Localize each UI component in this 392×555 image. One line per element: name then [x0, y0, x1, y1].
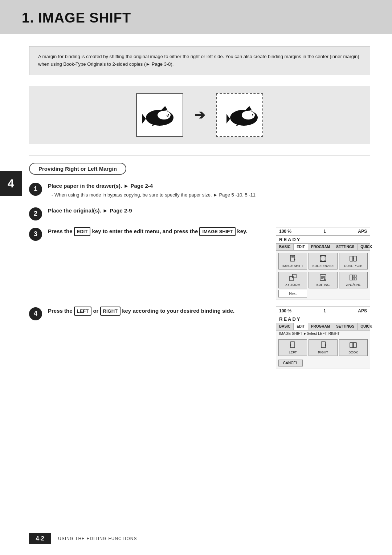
panel-2-percent: 100 % — [279, 308, 291, 313]
image-shift-key: IMAGE SHIFT — [199, 227, 236, 236]
left-key: LEFT — [74, 307, 92, 316]
dual-page-icon — [340, 255, 367, 264]
step-4-left: 4 Press the LEFT or RIGHT key according … — [29, 307, 269, 327]
btn-xy-zoom[interactable]: XY ZOOM — [278, 272, 307, 288]
tab-quick[interactable]: QUICK — [358, 244, 375, 250]
svg-rect-38 — [355, 278, 356, 280]
svg-point-14 — [252, 114, 253, 116]
step-3-content: Press the EDIT key to enter the edit men… — [48, 227, 269, 238]
step-1-number: 1 — [29, 183, 42, 196]
image-shift-icon — [279, 255, 306, 264]
ui-panel-2: 100 % 1 APS READY BASIC EDIT PROGRAM SET… — [276, 307, 370, 369]
step-3-main: Press the EDIT key to enter the edit men… — [48, 227, 269, 236]
intro-box: A margin for binding is created by shift… — [29, 46, 370, 75]
chapter-tab: 4 — [0, 171, 22, 196]
step-3: 3 Press the EDIT key to enter the edit m… — [29, 227, 269, 241]
section-title: Providing Right or Left Margin — [29, 163, 126, 175]
svg-rect-44 — [354, 343, 356, 348]
right-key: RIGHT — [100, 307, 121, 316]
step-4: 4 Press the LEFT or RIGHT key according … — [29, 307, 269, 320]
panel-1-ready: READY — [276, 236, 370, 244]
illustration-area: ➔ — [29, 86, 370, 144]
2in1-4in1-icon — [340, 274, 367, 283]
whale-image-shifted — [216, 93, 263, 137]
svg-marker-33 — [324, 278, 326, 280]
step-3-number: 3 — [29, 228, 42, 241]
panel-2: 100 % 1 APS READY BASIC EDIT PROGRAM SET… — [276, 307, 370, 369]
panel-2-ready: READY — [276, 315, 370, 323]
step-2-content: Place the original(s). ► Page 2-9 — [48, 207, 370, 216]
tab2-basic[interactable]: BASIC — [276, 323, 294, 330]
tab2-settings[interactable]: SETTINGS — [333, 323, 358, 330]
svg-rect-17 — [291, 258, 294, 258]
panel-1-buttons-row2: XY ZOOM EDITING 2IN1/4IN1 Nex — [276, 272, 370, 300]
svg-marker-3 — [162, 106, 168, 110]
step-4-main: Press the LEFT or RIGHT key according to… — [48, 307, 269, 316]
edit-key: EDIT — [74, 227, 91, 236]
svg-rect-35 — [353, 275, 355, 277]
tab2-program[interactable]: PROGRAM — [308, 323, 333, 330]
step-3-left: 3 Press the EDIT key to enter the edit m… — [29, 227, 269, 247]
btn-image-shift[interactable]: IMAGE SHIFT — [278, 253, 307, 270]
tab-basic[interactable]: BASIC — [276, 244, 294, 250]
panel-1-buttons-row1: IMAGE SHIFT EDGE ERASE DUAL PAGE — [276, 251, 370, 272]
panel-1-percent: 100 % — [279, 229, 291, 234]
step-2: 2 Place the original(s). ► Page 2-9 — [29, 207, 370, 220]
svg-rect-36 — [355, 275, 356, 277]
tab-program[interactable]: PROGRAM — [308, 244, 333, 250]
step-2-main: Place the original(s). ► Page 2-9 — [48, 207, 370, 215]
header-banner: 1. IMAGE SHIFT — [0, 0, 392, 34]
tab-edit[interactable]: EDIT — [294, 244, 308, 250]
xy-zoom-icon — [279, 274, 306, 283]
cancel-button[interactable]: CANCEL — [278, 360, 303, 366]
tab2-edit[interactable]: EDIT — [294, 323, 308, 330]
btn-book[interactable]: BOOK — [339, 339, 368, 356]
intro-text: A margin for binding is created by shift… — [38, 53, 361, 68]
whale-image-original — [136, 93, 183, 137]
ui-panel-1: 100 % 1 APS READY BASIC EDIT PROGRAM SET… — [276, 227, 370, 300]
btn-edge-erase[interactable]: EDGE ERASE — [309, 253, 337, 270]
step-4-content: Press the LEFT or RIGHT key according to… — [48, 307, 269, 317]
right-icon — [310, 341, 336, 351]
panel-1-tabs: BASIC EDIT PROGRAM SETTINGS QUICK — [276, 244, 370, 251]
left-icon — [279, 341, 306, 351]
panel-2-select-buttons: LEFT RIGHT BOOK — [276, 337, 370, 358]
step-4-number: 4 — [29, 307, 42, 320]
panel-1-aps: APS — [358, 229, 367, 234]
step-1: 1 Place paper in the drawer(s). ► Page 2… — [29, 182, 370, 200]
tab2-quick[interactable]: QUICK — [358, 323, 375, 330]
panel-2-aps: APS — [358, 308, 367, 313]
shift-arrow: ➔ — [194, 108, 205, 123]
whale-svg-left — [142, 99, 178, 131]
whale-svg-right — [226, 99, 262, 131]
svg-rect-41 — [321, 342, 326, 348]
panel-2-tabs: BASIC EDIT PROGRAM SETTINGS QUICK — [276, 323, 370, 330]
svg-rect-15 — [290, 255, 295, 261]
step-1-main: Place paper in the drawer(s). ► Page 2-4 — [48, 182, 370, 190]
btn-dual-page[interactable]: DUAL PAGE — [339, 253, 368, 270]
btn-editing[interactable]: EDITING — [309, 272, 337, 288]
svg-marker-11 — [246, 106, 252, 110]
page-title: 1. IMAGE SHIFT — [22, 10, 370, 26]
edge-erase-icon — [310, 255, 336, 264]
svg-marker-10 — [226, 114, 230, 123]
step-3-row: 3 Press the EDIT key to enter the edit m… — [29, 227, 370, 300]
step-1-sub: - When using this mode in bypass copying… — [52, 191, 370, 199]
step-2-number: 2 — [29, 207, 42, 220]
panel-1-copies: 1 — [323, 229, 326, 234]
panel-1: 100 % 1 APS READY BASIC EDIT PROGRAM SET… — [276, 227, 370, 300]
svg-rect-43 — [350, 343, 353, 348]
divider — [29, 155, 370, 155]
svg-rect-37 — [353, 278, 355, 280]
step-1-content: Place paper in the drawer(s). ► Page 2-4… — [48, 182, 370, 200]
btn-right[interactable]: RIGHT — [309, 339, 337, 356]
svg-rect-39 — [290, 342, 295, 348]
svg-rect-24 — [350, 256, 353, 261]
tab-settings[interactable]: SETTINGS — [333, 244, 358, 250]
editing-icon — [310, 274, 336, 283]
btn-2in1-4in1[interactable]: 2IN1/4IN1 — [339, 272, 368, 288]
panel-2-cancel-row: CANCEL — [276, 358, 370, 369]
svg-rect-16 — [291, 256, 294, 257]
btn-left[interactable]: LEFT — [278, 339, 307, 356]
btn-next[interactable]: Next — [278, 290, 307, 297]
